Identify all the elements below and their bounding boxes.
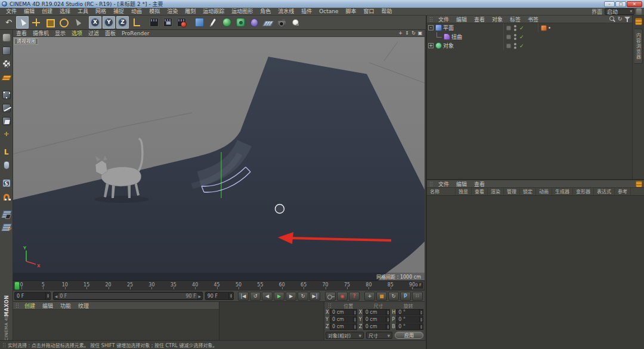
move-tool[interactable] bbox=[30, 16, 42, 29]
layer-chip-icon[interactable] bbox=[506, 26, 511, 30]
points-mode-tool[interactable] bbox=[1, 89, 13, 101]
coord-value-field[interactable]: 0 cm▲▼ bbox=[363, 316, 391, 323]
stepper-icon[interactable]: ▲▼ bbox=[419, 317, 423, 322]
layout-preset-dropdown[interactable]: 启动 ▾ bbox=[605, 8, 634, 15]
stepper-icon[interactable]: ▲▼ bbox=[386, 310, 389, 315]
menubar-item-13[interactable]: 角色 bbox=[256, 8, 274, 16]
model-mode-tool[interactable] bbox=[1, 45, 13, 57]
object-manager-menu-1[interactable]: 编辑 bbox=[453, 16, 470, 23]
object-row-1[interactable]: 扭曲✓ bbox=[427, 32, 632, 41]
menubar-item-0[interactable]: 文件 bbox=[2, 8, 20, 16]
content-browser-tab[interactable]: 内容浏览器 bbox=[634, 29, 643, 64]
undo-icon[interactable]: ↶ bbox=[2, 16, 15, 29]
menubar-item-6[interactable]: 捕捉 bbox=[110, 8, 128, 16]
layers-tab-icon[interactable] bbox=[635, 18, 642, 25]
stepper-icon[interactable]: ▲▼ bbox=[386, 317, 389, 322]
menubar-item-10[interactable]: 雕刻 bbox=[181, 8, 199, 16]
last-used-tool[interactable] bbox=[71, 16, 83, 29]
visibility-dots-icon[interactable] bbox=[514, 25, 516, 31]
coord-value-field[interactable]: 0 cm▲▼ bbox=[330, 323, 357, 330]
phong-tag-icon[interactable] bbox=[541, 25, 547, 31]
apply-button[interactable]: 应用 bbox=[395, 332, 423, 339]
planar-workplane-tool[interactable] bbox=[1, 221, 13, 233]
record-pla-button[interactable]: ∷ bbox=[412, 292, 423, 301]
stepper-icon[interactable]: ▲▼ bbox=[353, 324, 357, 329]
object-manager-menu-2[interactable]: 查看 bbox=[470, 16, 488, 23]
x-axis-lock[interactable]: X bbox=[89, 16, 101, 29]
panel-grip-icon[interactable] bbox=[328, 303, 331, 308]
layer-chip-icon[interactable] bbox=[506, 35, 511, 39]
menubar-item-4[interactable]: 工具 bbox=[74, 8, 92, 16]
maximize-button[interactable]: □ bbox=[615, 1, 626, 7]
object-manager-menu-0[interactable]: 文件 bbox=[435, 16, 453, 23]
viewport-menu-2[interactable]: 显示 bbox=[52, 30, 69, 37]
subdivision-surface-menu[interactable] bbox=[221, 16, 233, 29]
workplane-axis-tool[interactable]: L bbox=[1, 146, 13, 158]
close-button[interactable]: ✕ bbox=[627, 1, 642, 7]
coord-value-field[interactable]: 0 °▲▼ bbox=[396, 323, 423, 330]
layer-manager-menu-1[interactable]: 编辑 bbox=[453, 180, 470, 188]
record-keyframe-button[interactable] bbox=[325, 292, 336, 301]
menubar-item-15[interactable]: 插件 bbox=[298, 8, 315, 16]
light-menu[interactable] bbox=[289, 16, 302, 29]
stepper-icon[interactable]: ▲▼ bbox=[419, 310, 423, 315]
object-name[interactable]: 平面 bbox=[443, 24, 454, 32]
coord-value-field[interactable]: 0 °▲▼ bbox=[396, 309, 423, 316]
material-menu-2[interactable]: 功能 bbox=[57, 302, 75, 310]
object-row-0[interactable]: -平面✓ bbox=[427, 23, 632, 32]
viewport-menu-3[interactable]: 选项 bbox=[69, 30, 85, 37]
floor-menu[interactable] bbox=[262, 16, 274, 29]
edges-mode-tool[interactable] bbox=[1, 102, 13, 114]
viewport-menu-1[interactable]: 摄像机 bbox=[30, 30, 52, 37]
lock-workplane-tool[interactable] bbox=[1, 208, 13, 220]
expand-toggle-icon[interactable]: + bbox=[428, 43, 434, 48]
stepper-icon[interactable]: ▲▼ bbox=[353, 317, 357, 322]
enabled-check-icon[interactable]: ✓ bbox=[519, 43, 524, 49]
polygons-mode-tool[interactable] bbox=[1, 115, 13, 127]
record-position-button[interactable]: + bbox=[364, 292, 375, 301]
visibility-dots-icon[interactable] bbox=[514, 43, 516, 49]
object-manager-menu-5[interactable]: 书签 bbox=[524, 16, 542, 23]
menubar-item-7[interactable]: 动画 bbox=[128, 8, 145, 16]
menubar-item-19[interactable]: 帮助 bbox=[378, 8, 396, 16]
stepper-icon[interactable]: ▲▼ bbox=[228, 292, 233, 299]
record-parameter-button[interactable]: P bbox=[400, 292, 411, 301]
rotate-view-icon[interactable]: ↻ bbox=[410, 30, 417, 36]
view-label[interactable]: 透视视图 bbox=[14, 38, 38, 45]
range-track[interactable] bbox=[58, 293, 197, 299]
range-left-arrow-icon[interactable]: ◀ bbox=[54, 294, 58, 298]
render-view-button[interactable] bbox=[148, 16, 160, 29]
help-mascot-icon[interactable] bbox=[636, 8, 642, 15]
menubar-item-3[interactable]: 选择 bbox=[56, 8, 74, 16]
enabled-check-icon[interactable]: ✓ bbox=[519, 25, 524, 31]
end-frame-field[interactable]: 90 F ▲▼ bbox=[205, 292, 234, 300]
coord-value-field[interactable]: 0 cm▲▼ bbox=[330, 309, 357, 316]
autokey-button[interactable]: ◉ bbox=[337, 292, 348, 301]
frame-range-slider[interactable]: ◀ 0 F 90 F ▶ bbox=[53, 292, 203, 300]
menubar-item-1[interactable]: 编辑 bbox=[20, 8, 38, 16]
menubar-item-12[interactable]: 运动图形 bbox=[228, 8, 256, 16]
visibility-dots-icon[interactable] bbox=[514, 34, 516, 40]
rotate-tool[interactable] bbox=[57, 16, 70, 29]
previous-frame-button[interactable]: ◀ bbox=[262, 292, 273, 301]
panel-grip-icon[interactable] bbox=[429, 181, 432, 187]
stepper-icon[interactable]: ▲▼ bbox=[386, 324, 389, 329]
record-rotation-button[interactable]: ↻ bbox=[388, 292, 399, 301]
stepper-icon[interactable]: ▲▼ bbox=[353, 310, 357, 315]
make-editable-tool[interactable] bbox=[1, 32, 13, 44]
viewport-solo-tool[interactable] bbox=[1, 159, 13, 171]
render-picture-viewer-button[interactable] bbox=[162, 16, 174, 29]
filter-icon[interactable] bbox=[624, 16, 630, 23]
enabled-check-icon[interactable]: ✓ bbox=[519, 34, 524, 40]
timeline-playhead[interactable] bbox=[14, 282, 20, 290]
expand-toggle-icon[interactable]: - bbox=[428, 25, 434, 30]
environment-menu[interactable] bbox=[248, 16, 261, 29]
layer-chip-icon[interactable] bbox=[506, 44, 511, 48]
previous-key-button[interactable]: ↺ bbox=[250, 292, 261, 301]
viewport[interactable]: 查看摄像机显示选项过滤面板ProRender+↕↻▣ 透视视图 bbox=[13, 30, 425, 280]
coordinate-system-toggle[interactable] bbox=[130, 16, 143, 29]
spline-pen-menu[interactable] bbox=[207, 16, 219, 29]
keyframe-selection-button[interactable]: ? bbox=[349, 292, 360, 301]
record-scale-button[interactable]: ■ bbox=[376, 292, 387, 301]
menubar-item-9[interactable]: 渲染 bbox=[163, 8, 181, 16]
